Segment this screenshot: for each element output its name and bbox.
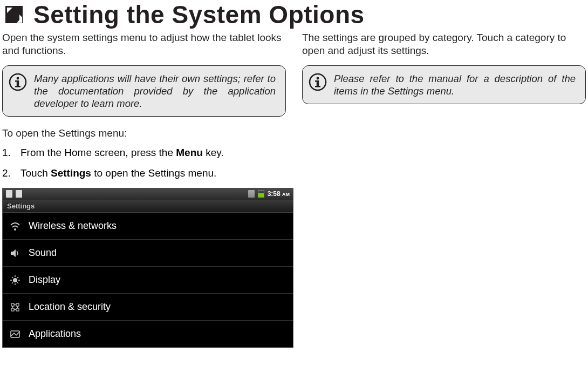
settings-item-label: Applications (29, 328, 81, 340)
svg-rect-4 (15, 80, 19, 82)
two-column-layout: Open the system settings menu to adjust … (2, 31, 586, 348)
left-column: Open the system settings menu to adjust … (2, 31, 286, 348)
statusbar-left-icon-1 (6, 190, 12, 198)
svg-point-6 (14, 228, 16, 231)
page-title-row: Setting the System Options (2, 0, 586, 29)
svg-line-15 (12, 282, 13, 283)
svg-rect-19 (11, 308, 14, 311)
step-text-1: From the Home screen, press the Menu key… (20, 147, 286, 159)
step-1: 1. From the Home screen, press the Menu … (2, 147, 286, 159)
svg-rect-20 (16, 308, 19, 311)
step-num-1: 1. (2, 147, 20, 159)
page-title: Setting the System Options (33, 0, 365, 29)
arrow-down-right-icon (2, 3, 26, 26)
settings-item-label: Display (29, 274, 60, 286)
tablet-screenshot: 3:58 AM Settings Wireless & networks Sou… (2, 188, 293, 348)
info-box-right: Please refer to the manual for a descrip… (302, 65, 586, 104)
statusbar-time: 3:58 AM (268, 190, 290, 198)
svg-marker-7 (11, 249, 16, 257)
signal-icon (248, 190, 255, 198)
settings-item-display[interactable]: Display (3, 267, 293, 294)
svg-rect-29 (315, 80, 319, 82)
svg-rect-30 (315, 86, 320, 87)
apps-icon (9, 328, 21, 340)
step-text-2: Touch Settings to open the Settings menu… (20, 167, 286, 179)
right-column: The settings are grouped by category. To… (302, 31, 586, 348)
svg-rect-17 (11, 303, 14, 306)
settings-item-applications[interactable]: Applications (3, 321, 293, 348)
info-icon (308, 72, 327, 92)
info-box-left: Many applications will have their own se… (2, 65, 286, 117)
speaker-icon (9, 247, 21, 259)
svg-point-27 (317, 77, 319, 79)
svg-rect-18 (16, 303, 19, 306)
battery-icon (258, 190, 264, 198)
step-2: 2. Touch Settings to open the Settings m… (2, 167, 286, 179)
statusbar: 3:58 AM (3, 188, 293, 200)
svg-line-16 (17, 277, 18, 278)
info-text-right: Please refer to the manual for a descrip… (334, 72, 576, 97)
statusbar-left-icon-2 (16, 190, 22, 198)
svg-line-14 (17, 282, 18, 283)
right-intro-text: The settings are grouped by category. To… (302, 31, 586, 58)
settings-item-location[interactable]: Location & security (3, 294, 293, 321)
settings-item-label: Wireless & networks (29, 220, 117, 232)
settings-item-label: Sound (29, 247, 57, 259)
open-settings-heading: To open the Settings menu: (2, 127, 286, 139)
left-intro-text: Open the system settings menu to adjust … (2, 31, 286, 58)
settings-screen-header: Settings (3, 200, 293, 213)
svg-point-2 (17, 77, 19, 79)
info-text-left: Many applications will have their own se… (34, 72, 276, 110)
settings-item-sound[interactable]: Sound (3, 240, 293, 267)
svg-point-8 (13, 278, 17, 282)
location-icon (9, 301, 21, 313)
wifi-icon (9, 220, 21, 232)
settings-item-wireless[interactable]: Wireless & networks (3, 213, 293, 240)
info-icon (8, 72, 28, 92)
step-num-2: 2. (2, 167, 20, 179)
statusbar-right: 3:58 AM (248, 190, 290, 198)
brightness-icon (9, 274, 21, 286)
svg-rect-5 (15, 86, 20, 87)
svg-line-13 (12, 277, 13, 278)
settings-item-label: Location & security (29, 301, 111, 313)
